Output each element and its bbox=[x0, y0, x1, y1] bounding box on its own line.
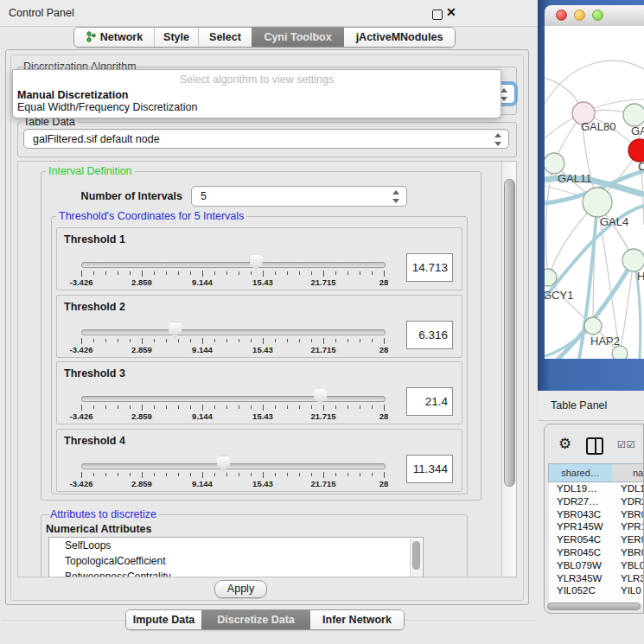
network-node-green[interactable] bbox=[545, 269, 557, 286]
minor-tick bbox=[214, 405, 215, 409]
cell-shared-name[interactable]: YLR345W bbox=[557, 572, 602, 585]
tick-label: -3.426 bbox=[70, 277, 93, 287]
algorithm-option-equal-width-frequency-discretization[interactable]: Equal Width/Frequency Discretization bbox=[17, 101, 493, 113]
table-row[interactable]: YBL079WYBL0 bbox=[549, 559, 644, 572]
table-hscrollbar[interactable] bbox=[546, 603, 641, 610]
apply-button[interactable]: Apply bbox=[214, 580, 267, 598]
table-data-combobox[interactable]: galFiltered.sif default node bbox=[23, 129, 509, 149]
cell-shared-name[interactable]: YIL052C bbox=[557, 584, 596, 597]
cell-name[interactable]: YER0 bbox=[621, 533, 644, 546]
cell-shared-name[interactable]: YER054C bbox=[557, 533, 601, 546]
slider-thumb[interactable] bbox=[169, 322, 182, 338]
minimize-traffic-icon[interactable] bbox=[574, 10, 585, 21]
cell-shared-name[interactable]: YDR27… bbox=[557, 495, 599, 508]
close-icon[interactable]: ✕ bbox=[446, 5, 456, 19]
table-row[interactable]: YPR145WYPR1 bbox=[549, 520, 644, 533]
network-node-green[interactable] bbox=[622, 249, 644, 271]
tick-label: 2.859 bbox=[131, 345, 152, 354]
split-columns-icon[interactable] bbox=[586, 437, 603, 455]
threshold-value-field[interactable]: 21.4 bbox=[406, 387, 453, 416]
major-tick bbox=[81, 472, 82, 478]
column-header-name[interactable]: na bbox=[612, 463, 644, 482]
minor-tick bbox=[299, 339, 300, 342]
cell-shared-name[interactable]: YDL19… bbox=[557, 482, 597, 495]
minor-tick bbox=[226, 339, 227, 342]
tab-impute-data[interactable]: Impute Data bbox=[126, 610, 201, 629]
cell-shared-name[interactable]: YBR043C bbox=[557, 508, 601, 521]
tab-cyni-toolbox[interactable]: Cyni Toolbox bbox=[252, 28, 344, 47]
slider-thumb[interactable] bbox=[314, 389, 327, 405]
slider-track[interactable] bbox=[81, 262, 386, 268]
column-header-shared[interactable]: shared… bbox=[548, 463, 613, 482]
tab-infer-network[interactable]: Infer Network bbox=[310, 610, 404, 629]
network-node-green[interactable] bbox=[612, 346, 628, 359]
cell-name[interactable]: YIL0 bbox=[621, 584, 641, 597]
slider-track[interactable] bbox=[81, 396, 386, 402]
slider-track[interactable] bbox=[81, 463, 386, 469]
threshold-value-field[interactable]: 14.713 bbox=[406, 253, 453, 282]
cell-name[interactable]: YDR2 bbox=[621, 495, 644, 508]
table-row[interactable]: YIL052CYIL0 bbox=[549, 584, 644, 597]
cell-name[interactable]: YDL1 bbox=[621, 482, 644, 495]
settings-scrollbar-thumb[interactable] bbox=[504, 179, 515, 487]
slider-thumb[interactable] bbox=[217, 456, 230, 472]
checkbox-icons[interactable]: ☑☑ bbox=[617, 439, 636, 450]
tab-jactivemnodules[interactable]: jActiveMNodules bbox=[344, 28, 455, 47]
cell-name[interactable]: YBL0 bbox=[621, 559, 644, 572]
gear-icon[interactable]: ⚙ bbox=[558, 435, 571, 453]
tick-label: 21.715 bbox=[310, 345, 335, 354]
float-window-icon[interactable] bbox=[432, 10, 443, 20]
settings-scrollbar[interactable] bbox=[501, 162, 517, 577]
minor-tick bbox=[130, 339, 131, 342]
close-traffic-icon[interactable] bbox=[556, 10, 567, 21]
minor-tick bbox=[287, 473, 288, 476]
cell-shared-name[interactable]: YPR145W bbox=[557, 520, 603, 533]
table-row[interactable]: YER054CYER0 bbox=[549, 533, 644, 546]
network-node-green[interactable] bbox=[584, 317, 602, 335]
cell-name[interactable]: YBR0 bbox=[621, 546, 644, 559]
threshold-label: Threshold 4 bbox=[64, 435, 125, 447]
numerical-attributes-list[interactable]: SelfLoopsTopologicalCoefficientBetweenne… bbox=[48, 537, 424, 577]
num-intervals-combobox[interactable]: 5 bbox=[191, 186, 407, 207]
node-table[interactable]: YDL19…YDL1YDR27…YDR2YBR043CYBR0YPR145WYP… bbox=[549, 482, 644, 603]
table-row[interactable]: YBR045CYBR0 bbox=[549, 546, 644, 559]
threshold-value-field[interactable]: 6.316 bbox=[406, 321, 453, 349]
list-scrollbar[interactable] bbox=[410, 539, 422, 577]
tab-style[interactable]: Style bbox=[154, 28, 198, 47]
network-window-titlebar[interactable] bbox=[545, 5, 644, 27]
cell-name[interactable]: YLR3 bbox=[621, 572, 644, 585]
zoom-traffic-icon[interactable] bbox=[592, 10, 603, 21]
threshold-value-field[interactable]: 11.344 bbox=[406, 455, 453, 483]
tab-network[interactable]: Network bbox=[74, 28, 154, 47]
table-row[interactable]: YBR043CYBR0 bbox=[549, 508, 644, 521]
cell-shared-name[interactable]: YBL079W bbox=[557, 559, 602, 572]
cell-shared-name[interactable]: YBR045C bbox=[557, 546, 601, 559]
minor-tick bbox=[166, 473, 167, 476]
algorithm-option-manual-discretization[interactable]: Manual Discretization bbox=[17, 89, 493, 101]
major-tick bbox=[384, 405, 385, 411]
network-canvas[interactable]: GAL80GACYGAL11GAL4GCY1HHAP2 bbox=[545, 26, 644, 359]
table-row[interactable]: YLR345WYLR3 bbox=[549, 572, 644, 585]
minor-tick bbox=[311, 339, 312, 342]
tick-label: 2.859 bbox=[131, 411, 152, 421]
cell-name[interactable]: YBR0 bbox=[621, 508, 644, 521]
minor-tick bbox=[118, 405, 118, 409]
attribute-item-topologicalcoefficient[interactable]: TopologicalCoefficient bbox=[49, 553, 423, 569]
network-node-green[interactable] bbox=[623, 104, 644, 126]
network-node-green[interactable] bbox=[545, 153, 564, 174]
combo-arrows-icon bbox=[501, 88, 508, 101]
major-tick bbox=[81, 271, 82, 277]
table-row[interactable]: YDR27…YDR2 bbox=[549, 495, 644, 508]
attribute-item-betweennesscentrality[interactable]: BetweennessCentrality bbox=[49, 569, 423, 577]
cell-name[interactable]: YPR1 bbox=[621, 520, 644, 533]
slider-thumb[interactable] bbox=[250, 255, 263, 271]
slider-track[interactable] bbox=[81, 329, 386, 335]
network-edge[interactable] bbox=[545, 61, 644, 104]
num-intervals-label: Number of Intervals bbox=[53, 190, 182, 202]
table-row[interactable]: YDL19…YDL1 bbox=[549, 482, 644, 495]
tab-discretize-data[interactable]: Discretize Data bbox=[201, 610, 310, 629]
network-node-green[interactable] bbox=[583, 188, 612, 217]
tab-select[interactable]: Select bbox=[198, 28, 252, 47]
attribute-item-selfloops[interactable]: SelfLoops bbox=[49, 538, 423, 553]
minor-tick bbox=[299, 405, 300, 409]
